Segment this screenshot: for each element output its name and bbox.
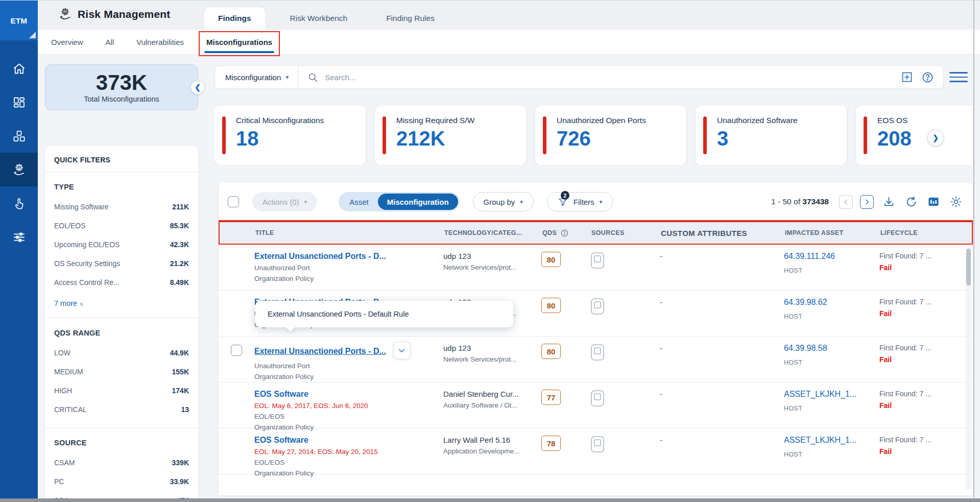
collapse-panel-button[interactable]: ❮ xyxy=(190,80,205,94)
info-icon[interactable] xyxy=(560,229,569,237)
sidebar-item-response[interactable] xyxy=(0,186,38,220)
column-header-lifecycle[interactable]: LIFECYCLE xyxy=(880,229,972,236)
metric-card-missing-required-s-w[interactable]: Missing Required S/W212K xyxy=(375,106,526,165)
filter-item-csam[interactable]: CSAM339K xyxy=(54,459,189,467)
search-zone xyxy=(298,72,901,83)
impacted-asset-link[interactable]: ASSET_LKJKH_1... xyxy=(784,436,856,445)
card-value: 212K xyxy=(396,126,516,151)
cards-next-button[interactable]: ❯ xyxy=(927,130,944,146)
subtab-vulnerabilities[interactable]: Vulnerabilities xyxy=(136,38,184,46)
filter-group-title: QDS RANGE xyxy=(54,329,189,337)
total-misconfigurations-card: 373K Total Misconfigurations ❮ xyxy=(45,64,198,110)
metric-card-critical-misconfigurations[interactable]: Critical Misconfigurations18 xyxy=(214,106,366,165)
subtab-misconfigurations[interactable]: Misconfigurations xyxy=(206,38,272,46)
add-to-query-icon[interactable] xyxy=(901,71,913,83)
group-by-button[interactable]: Group by ▾ xyxy=(473,192,534,211)
view-toggle-misconfiguration[interactable]: Misconfiguration xyxy=(378,194,458,210)
menu-icon[interactable] xyxy=(949,71,968,83)
sidebar-item-assets[interactable] xyxy=(0,119,38,153)
chart-view-button[interactable] xyxy=(926,194,941,209)
scrollbar-thumb[interactable] xyxy=(966,249,971,285)
download-button[interactable] xyxy=(881,194,896,209)
tab-finding-rules[interactable]: Finding Rules xyxy=(372,7,448,30)
etm-logo: ETM xyxy=(10,16,27,25)
finding-subtitle: Organization Policy xyxy=(254,373,443,380)
filter-item-pc[interactable]: PC33.9K xyxy=(54,477,189,486)
filter-count: 33.9K xyxy=(170,477,189,486)
filter-group-source: SOURCECSAM339KPC33.9KSCA474 xyxy=(45,428,198,498)
impacted-asset-link[interactable]: ASSET_LKJKH_1... xyxy=(784,390,856,399)
row-expand-button[interactable] xyxy=(393,342,411,359)
module-switcher[interactable]: ETM xyxy=(0,1,38,40)
filter-item-missing-software[interactable]: Missing Software211K xyxy=(54,203,189,211)
hand-pointer-icon xyxy=(12,197,26,210)
impacted-asset-link[interactable]: 64.39.98.62 xyxy=(784,298,827,307)
filter-count: 13 xyxy=(181,405,189,414)
card-accent-bar xyxy=(383,116,386,154)
finding-title-link[interactable]: External Unsanctioned Ports - D... xyxy=(254,252,386,261)
search-bar: Misconfiguration ▾ xyxy=(214,65,944,89)
filter-item-upcoming-eol-eos[interactable]: Upcoming EOL/EOS42.3K xyxy=(54,241,189,249)
row-checkbox[interactable] xyxy=(231,345,242,356)
chevron-down-icon: ▾ xyxy=(520,199,523,205)
column-header-title[interactable]: TITLE xyxy=(255,229,444,236)
table-settings-button[interactable] xyxy=(948,194,964,209)
finding-title-link[interactable]: EOS Software xyxy=(254,436,308,445)
metric-cards: Critical Misconfigurations18Missing Requ… xyxy=(214,106,973,165)
filter-item-high[interactable]: HIGH174K xyxy=(54,387,189,395)
column-header-impacted-asset[interactable]: IMPACTED ASSET xyxy=(785,229,880,236)
metric-card-eos-os[interactable]: EOS OS208 xyxy=(856,106,973,165)
tab-findings[interactable]: Findings xyxy=(204,7,265,30)
help-icon[interactable] xyxy=(921,71,934,84)
card-label: Critical Misconfigurations xyxy=(236,116,355,125)
refresh-button[interactable] xyxy=(903,194,919,209)
filter-item-eol-eos[interactable]: EOL/EOS85.3K xyxy=(54,222,189,230)
finding-subtitle: EOL/EOS xyxy=(254,459,443,466)
filter-item-low[interactable]: LOW44.9K xyxy=(54,349,189,357)
custom-attributes-value: - xyxy=(658,428,784,477)
tab-risk-workbench[interactable]: Risk Workbench xyxy=(276,7,362,30)
search-icon xyxy=(307,72,318,83)
subtab-all[interactable]: All xyxy=(106,38,114,46)
metric-card-unauthorized-software[interactable]: Unauthorized Software3 xyxy=(696,106,847,165)
quick-filter-groups: TYPEMissing Software211KEOL/EOS85.3KUpco… xyxy=(45,172,198,498)
filter-item-medium[interactable]: MEDIUM155K xyxy=(54,368,189,376)
column-header-custom-attributes[interactable]: CUSTOM ATTRIBUTES xyxy=(659,229,785,237)
finding-title-link[interactable]: External Unsanctioned Ports - D... xyxy=(254,347,386,356)
filter-group-title: SOURCE xyxy=(54,439,189,447)
filter-item-access-control-re[interactable]: Access Control Re...8.49K xyxy=(54,278,189,286)
left-summary-panel: 373K Total Misconfigurations ❮ QUICK FIL… xyxy=(45,64,198,498)
column-header-technology-categ[interactable]: TECHNOLOGY/CATEG... xyxy=(444,229,542,236)
actions-button[interactable]: Actions (0) ▾ xyxy=(252,192,317,211)
search-scope-dropdown[interactable]: Misconfiguration ▾ xyxy=(215,73,298,82)
show-more-link[interactable]: 7 more» xyxy=(54,299,83,307)
sidebar-item-risk-management[interactable] xyxy=(0,153,38,186)
previous-page-button[interactable] xyxy=(839,195,853,209)
window-border-bottom xyxy=(0,498,980,502)
sidebar-item-settings[interactable] xyxy=(0,220,38,254)
select-all-checkbox[interactable] xyxy=(228,196,239,207)
view-toggle-asset[interactable]: Asset xyxy=(340,194,378,210)
next-page-button[interactable] xyxy=(860,195,874,209)
impacted-asset-link[interactable]: 64.39.98.58 xyxy=(784,344,827,353)
finding-title-link[interactable]: EOS Software xyxy=(254,390,308,399)
custom-attributes-value: - xyxy=(658,245,784,290)
actions-label: Actions (0) xyxy=(262,198,299,206)
filters-button[interactable]: 2 Filters ▾ xyxy=(547,192,613,211)
filter-item-os-security-settings[interactable]: OS Security Settings21.2K xyxy=(54,259,189,268)
card-label: Unauthorized Open Ports xyxy=(557,116,676,125)
filter-label: Upcoming EOL/EOS xyxy=(54,241,119,249)
sidebar-item-dashboard[interactable] xyxy=(0,85,38,119)
technology-value: udp 123 xyxy=(443,252,541,260)
sidebar-item-home[interactable] xyxy=(0,52,38,85)
filter-item-critical[interactable]: CRITICAL13 xyxy=(54,405,189,414)
subtab-overview[interactable]: Overview xyxy=(51,38,83,46)
impacted-asset-link[interactable]: 64.39.111.246 xyxy=(784,252,835,261)
filter-group-type: TYPEMissing Software211KEOL/EOS85.3KUpco… xyxy=(45,172,198,318)
metric-card-unauthorized-open-ports[interactable]: Unauthorized Open Ports726 xyxy=(535,106,686,165)
column-header-qds[interactable]: QDS xyxy=(542,229,587,237)
lifecycle-text: First Found: 7 ... xyxy=(879,344,973,352)
search-input[interactable] xyxy=(325,73,901,82)
table-toolbar-right: 1 - 50 of 373438 xyxy=(771,194,964,209)
column-header-sources[interactable]: SOURCES xyxy=(587,229,659,236)
